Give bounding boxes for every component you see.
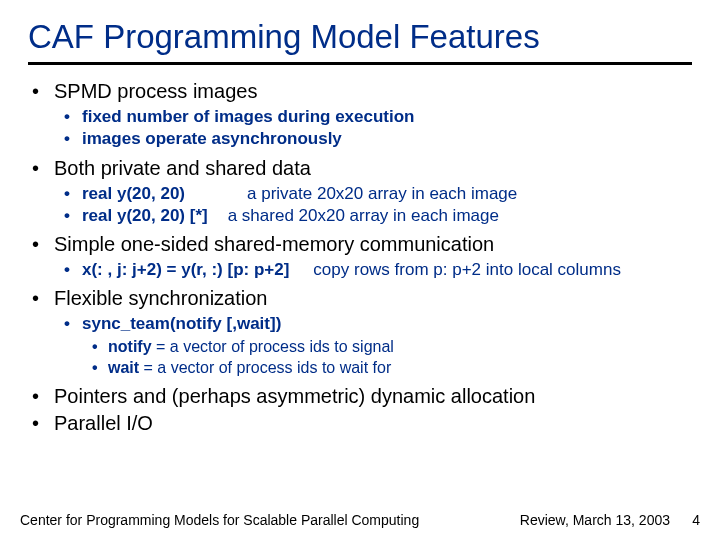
- text: Simple one-sided shared-memory communica…: [54, 233, 494, 255]
- text: SPMD process images: [54, 80, 257, 102]
- code: sync_team(notify [,wait]): [82, 314, 281, 333]
- desc: = a vector of process ids to wait for: [139, 359, 391, 376]
- kw: wait: [108, 359, 139, 376]
- code: real y(20, 20): [82, 184, 185, 203]
- subsub-bullet: notify = a vector of process ids to sign…: [92, 337, 692, 357]
- slide: CAF Programming Model Features SPMD proc…: [0, 0, 720, 540]
- subsublist: notify = a vector of process ids to sign…: [64, 337, 692, 378]
- bullet-pointers: Pointers and (perhaps asymmetric) dynami…: [32, 384, 692, 409]
- text: Parallel I/O: [54, 412, 153, 434]
- sub-bullet: fixed number of images during execution: [64, 106, 692, 127]
- sublist: real y(20, 20)a private 20x20 array in e…: [32, 183, 692, 227]
- sub-bullet: x(: , j: j+2) = y(r, :) [p: p+2]copy row…: [64, 259, 692, 280]
- desc: a private 20x20 array in each image: [247, 184, 517, 203]
- desc: = a vector of process ids to signal: [152, 338, 394, 355]
- bullet-communication: Simple one-sided shared-memory communica…: [32, 232, 692, 280]
- text: Flexible synchronization: [54, 287, 267, 309]
- sub-bullet: real y(20, 20) [*]a shared 20x20 array i…: [64, 205, 692, 226]
- text: images operate asynchronously: [82, 129, 342, 148]
- sublist: x(: , j: j+2) = y(r, :) [p: p+2]copy row…: [32, 259, 692, 280]
- text: Both private and shared data: [54, 157, 311, 179]
- text: Pointers and (perhaps asymmetric) dynami…: [54, 385, 535, 407]
- code: real y(20, 20) [*]: [82, 206, 208, 225]
- subsub-bullet: wait = a vector of process ids to wait f…: [92, 358, 692, 378]
- sublist: sync_team(notify [,wait]) notify = a vec…: [32, 313, 692, 377]
- page-number: 4: [692, 512, 700, 528]
- bullet-list: SPMD process images fixed number of imag…: [28, 79, 692, 436]
- bullet-private-shared: Both private and shared data real y(20, …: [32, 156, 692, 227]
- bullet-spmd: SPMD process images fixed number of imag…: [32, 79, 692, 150]
- code: x(: , j: j+2) = y(r, :) [p: p+2]: [82, 260, 289, 279]
- sub-bullet: sync_team(notify [,wait]) notify = a vec…: [64, 313, 692, 377]
- kw: notify: [108, 338, 152, 355]
- desc: a shared 20x20 array in each image: [228, 206, 499, 225]
- title-rule: [28, 62, 692, 65]
- sublist: fixed number of images during execution …: [32, 106, 692, 150]
- footer-right: Review, March 13, 2003: [520, 512, 670, 528]
- desc: copy rows from p: p+2 into local columns: [313, 260, 621, 279]
- bullet-synchronization: Flexible synchronization sync_team(notif…: [32, 286, 692, 377]
- sub-bullet: images operate asynchronously: [64, 128, 692, 149]
- text: fixed number of images during execution: [82, 107, 415, 126]
- sub-bullet: real y(20, 20)a private 20x20 array in e…: [64, 183, 692, 204]
- footer-left: Center for Programming Models for Scalab…: [20, 512, 419, 528]
- bullet-parallel-io: Parallel I/O: [32, 411, 692, 436]
- slide-title: CAF Programming Model Features: [28, 18, 692, 56]
